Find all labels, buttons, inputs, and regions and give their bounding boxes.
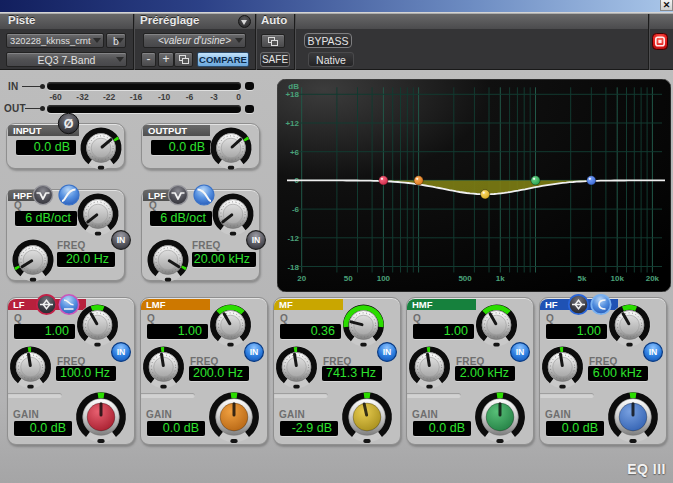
svg-text:100: 100: [377, 274, 391, 283]
svg-text:-12: -12: [287, 234, 299, 243]
svg-text:5k: 5k: [578, 274, 587, 283]
svg-text:+12: +12: [285, 119, 299, 128]
svg-text:IN: IN: [649, 347, 658, 357]
svg-text:20: 20: [297, 274, 306, 283]
svg-text:IN: IN: [516, 347, 525, 357]
svg-text:IN: IN: [117, 347, 126, 357]
svg-text:10k: 10k: [611, 274, 625, 283]
svg-text:+6: +6: [290, 148, 300, 157]
svg-text:IN: IN: [383, 347, 392, 357]
svg-text:IN: IN: [252, 235, 261, 245]
svg-text:1k: 1k: [496, 274, 505, 283]
svg-text:50: 50: [344, 274, 353, 283]
svg-text:IN: IN: [117, 235, 126, 245]
svg-text:-18: -18: [287, 263, 299, 272]
svg-text:+18: +18: [285, 90, 299, 99]
svg-text:20k: 20k: [646, 274, 660, 283]
svg-text:IN: IN: [250, 347, 259, 357]
svg-text:500: 500: [458, 274, 472, 283]
svg-text:-6: -6: [292, 205, 300, 214]
svg-text:Ø: Ø: [64, 117, 74, 131]
